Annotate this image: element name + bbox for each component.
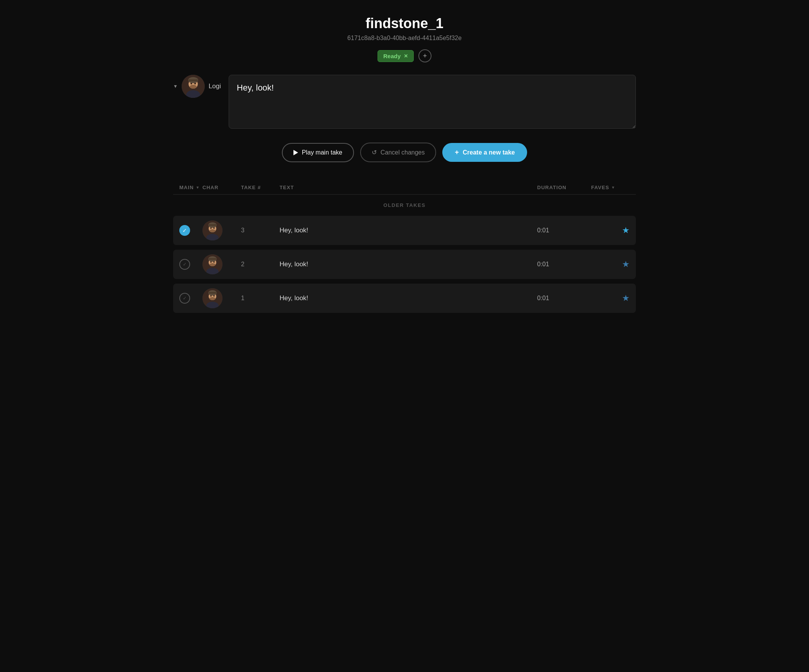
table-header: MAIN ▼ CHAR TAKE # TEXT DURATION FAVES ▼ (173, 181, 636, 195)
status-label: Ready (383, 53, 401, 59)
check-empty-icon: ✓ (179, 293, 190, 304)
faves-filter-icon[interactable]: ▼ (611, 185, 615, 190)
page-title: findstone_1 (173, 15, 636, 32)
take-number-2: 2 (241, 261, 280, 268)
take-number-3: 3 (241, 227, 280, 234)
table-row[interactable]: ✓ 3 Hey, look! 0:01 ★ (173, 216, 636, 245)
play-button-label: Play main take (302, 149, 342, 156)
check-filled-icon: ✓ (179, 225, 190, 236)
avatar-svg (202, 288, 222, 308)
avatar-svg (182, 75, 205, 98)
reset-icon: ↺ (372, 149, 377, 156)
take-text-1: Hey, look! (280, 294, 537, 302)
svg-point-29 (213, 295, 215, 297)
main-filter-icon[interactable]: ▼ (196, 185, 200, 190)
text-area-wrapper (229, 75, 636, 130)
svg-rect-27 (209, 292, 216, 294)
avatar-svg (202, 254, 222, 274)
svg-point-5 (194, 83, 196, 84)
create-new-take-button[interactable]: + Create a new take (442, 143, 527, 162)
svg-point-14 (209, 229, 216, 232)
take-avatar-3 (202, 220, 222, 240)
svg-rect-11 (209, 224, 216, 226)
status-bar: Ready ✕ + (173, 49, 636, 62)
plus-icon: + (455, 148, 459, 156)
older-takes-label: OLDER TAKES (173, 195, 636, 216)
plus-icon: + (423, 52, 427, 60)
star-icon[interactable]: ★ (622, 225, 630, 235)
status-badge: Ready ✕ (378, 50, 414, 62)
svg-point-30 (209, 297, 216, 300)
svg-point-21 (213, 261, 215, 263)
take-check-1[interactable]: ✓ (179, 293, 202, 304)
col-duration: DURATION (537, 185, 591, 190)
header: findstone_1 6171c8a8-b3a0-40bb-aefd-4411… (173, 15, 636, 62)
col-main: MAIN ▼ (179, 185, 202, 190)
svg-point-6 (190, 85, 197, 89)
take-check-2[interactable]: ✓ (179, 259, 202, 270)
character-avatar (182, 75, 205, 98)
page-subtitle: 6171c8a8-b3a0-40bb-aefd-4411a5e5f32e (173, 35, 636, 42)
svg-rect-19 (209, 258, 216, 260)
svg-point-13 (213, 227, 215, 229)
star-icon[interactable]: ★ (622, 293, 630, 303)
editor-row: ▼ Logi (173, 75, 636, 130)
add-status-button[interactable]: + (418, 49, 431, 62)
avatar-svg (202, 220, 222, 240)
take-duration-3: 0:01 (537, 227, 591, 234)
svg-point-20 (210, 261, 212, 263)
svg-point-12 (210, 227, 212, 229)
character-selector[interactable]: ▼ Logi (173, 75, 221, 98)
table-row[interactable]: ✓ 1 Hey, look! 0:01 ★ (173, 284, 636, 313)
take-check-3[interactable]: ✓ (179, 225, 202, 236)
take-avatar-2 (202, 254, 222, 274)
take-avatar-1 (202, 288, 222, 308)
take-text-2: Hey, look! (280, 260, 537, 268)
svg-point-4 (190, 83, 192, 84)
action-row: Play main take ↺ Cancel changes + Create… (173, 143, 636, 162)
svg-point-28 (210, 295, 212, 297)
col-faves: FAVES ▼ (591, 185, 630, 190)
svg-rect-3 (189, 79, 198, 81)
page-container: findstone_1 6171c8a8-b3a0-40bb-aefd-4411… (173, 15, 636, 313)
svg-point-22 (209, 263, 216, 266)
cancel-changes-button[interactable]: ↺ Cancel changes (360, 143, 437, 162)
status-close-icon[interactable]: ✕ (404, 53, 408, 59)
take-duration-2: 0:01 (537, 261, 591, 268)
star-icon[interactable]: ★ (622, 259, 630, 269)
take-duration-1: 0:01 (537, 295, 591, 302)
create-button-label: Create a new take (463, 149, 515, 156)
play-icon (293, 150, 298, 155)
dialogue-text-input[interactable] (229, 75, 636, 129)
table-row[interactable]: ✓ 2 Hey, look! 0:01 ★ (173, 250, 636, 279)
takes-table: MAIN ▼ CHAR TAKE # TEXT DURATION FAVES ▼… (173, 181, 636, 313)
take-number-1: 1 (241, 295, 280, 302)
col-take-number: TAKE # (241, 185, 280, 190)
play-main-take-button[interactable]: Play main take (282, 143, 354, 162)
take-text-3: Hey, look! (280, 227, 537, 234)
check-empty-icon: ✓ (179, 259, 190, 270)
dropdown-icon: ▼ (173, 84, 178, 89)
cancel-button-label: Cancel changes (381, 149, 425, 156)
takes-rows: ✓ 3 Hey, look! 0:01 ★ ✓ (173, 216, 636, 313)
col-text: TEXT (280, 185, 537, 190)
col-char: CHAR (202, 185, 241, 190)
character-name: Logi (209, 82, 221, 90)
